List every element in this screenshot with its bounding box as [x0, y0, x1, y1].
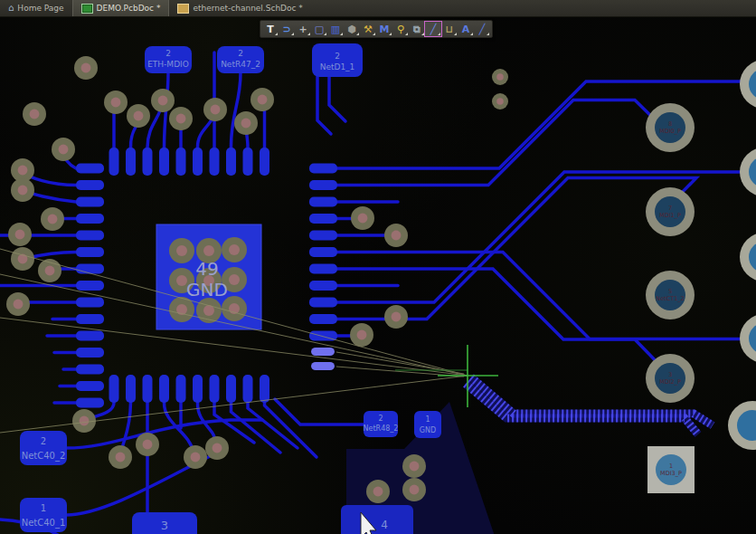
tab-home-page[interactable]: ⌂ Home Page	[0, 0, 72, 16]
svg-text:7: 7	[668, 205, 672, 212]
room-tool-icon[interactable]: ⊔	[441, 22, 458, 36]
svg-text:MDI2_P: MDI2_P	[659, 378, 681, 386]
svg-text:NetC40_2: NetC40_2	[22, 451, 66, 462]
tab-label: ethernet-channel.SchDoc *	[193, 4, 302, 13]
svg-text:3: 3	[668, 371, 672, 378]
svg-text:NetR47_2: NetR47_2	[221, 60, 260, 69]
chip-designator: 49	[195, 258, 218, 280]
pin-tool-icon[interactable]: ⚲	[392, 22, 409, 36]
chip-net-label: GND	[186, 279, 228, 300]
line-tool-icon[interactable]: ╱	[474, 22, 490, 36]
svg-text:GND: GND	[420, 426, 436, 434]
pad-netr47-2[interactable]: 2 NetR47_2	[217, 46, 264, 73]
pad-gnd-1[interactable]: 1 GND	[414, 411, 441, 438]
svg-text:NetC40_1: NetC40_1	[22, 518, 66, 529]
active-toolbar: T⊃+▢▥⬢⚒M⚲⧉╱⊔A╱	[260, 20, 493, 38]
svg-text:MDI3_P: MDI3_P	[660, 470, 682, 477]
measure-tool-icon[interactable]: M	[376, 22, 392, 36]
pad-netc40-1[interactable]: 1 NetC40_1	[20, 498, 67, 532]
svg-text:ETH-MDIO: ETH-MDIO	[147, 60, 189, 69]
snap-tool-icon[interactable]: ⊃	[279, 22, 295, 36]
svg-text:1: 1	[425, 415, 430, 424]
svg-text:1: 1	[669, 462, 673, 470]
pcb-editor-window: ⌂ Home Page DEMO.PcbDoc * ethernet-chann…	[0, 0, 756, 534]
polygon-tool-icon[interactable]: ⬢	[344, 22, 360, 36]
pad-eth-mdio[interactable]: 2 ETH-MDIO	[145, 46, 192, 73]
select-tool-icon[interactable]: T	[262, 22, 279, 36]
tab-label: Home Page	[17, 4, 63, 13]
chip-center-pad[interactable]: 49 GND	[156, 224, 261, 329]
svg-text:2: 2	[41, 436, 46, 446]
pad-netr48-2[interactable]: 2 NetR48_2	[364, 411, 399, 437]
pcb-doc-icon	[81, 4, 93, 14]
move-tool-icon[interactable]: +	[295, 22, 311, 36]
text-tool-icon[interactable]: A	[458, 22, 474, 36]
panels-tool-icon[interactable]: ⧉	[409, 22, 425, 36]
marquee-tool-icon[interactable]: ▢	[311, 22, 327, 36]
svg-text:2: 2	[378, 415, 383, 423]
pad-netc42-2[interactable]: 3 NetC42_2	[132, 512, 197, 534]
route-tool-icon[interactable]: ╱	[425, 22, 441, 36]
home-icon: ⌂	[8, 4, 14, 13]
svg-text:1: 1	[41, 503, 46, 513]
svg-text:NetCT1_2: NetCT1_2	[656, 295, 684, 302]
tools-menu-icon[interactable]: ⚒	[360, 22, 376, 36]
document-tabbar: ⌂ Home Page DEMO.PcbDoc * ethernet-chann…	[0, 0, 756, 17]
board-stats-icon[interactable]: ▥	[327, 22, 344, 36]
svg-text:8: 8	[668, 120, 672, 128]
pad-netd1-1[interactable]: 2 NetD1_1	[312, 43, 363, 77]
tab-demo-pcbdoc[interactable]: DEMO.PcbDoc *	[72, 0, 170, 16]
tab-label: DEMO.PcbDoc *	[97, 4, 161, 13]
svg-text:NetR48_2: NetR48_2	[364, 424, 399, 433]
svg-text:2: 2	[165, 49, 171, 58]
pad-netc40-2[interactable]: 2 NetC40_2	[20, 431, 67, 465]
mdi-through-hole-pads[interactable]	[646, 60, 756, 493]
svg-text:NetD1_1: NetD1_1	[320, 62, 355, 72]
svg-text:MDI0_P: MDI0_P	[659, 128, 681, 135]
mdi-pad-labels: 8 MDI0_P 7 MDI1_P 5 NetCT1_2 3 MDI2_P 1 …	[656, 120, 684, 477]
sch-doc-icon	[177, 4, 189, 14]
svg-text:4: 4	[381, 519, 388, 531]
svg-text:MDI1_P: MDI1_P	[659, 212, 681, 219]
svg-text:3: 3	[161, 519, 168, 532]
tab-ethernet-schdoc[interactable]: ethernet-channel.SchDoc *	[169, 0, 310, 16]
pcb-canvas[interactable]: 49 GND 2 ETH-MDIO 2 NetR47_2 2 NetD1_1	[0, 16, 756, 534]
svg-text:2: 2	[238, 49, 243, 58]
svg-text:5: 5	[668, 288, 672, 295]
pad-gnd-4[interactable]: 4 GND	[341, 505, 413, 534]
svg-text:2: 2	[335, 52, 340, 61]
